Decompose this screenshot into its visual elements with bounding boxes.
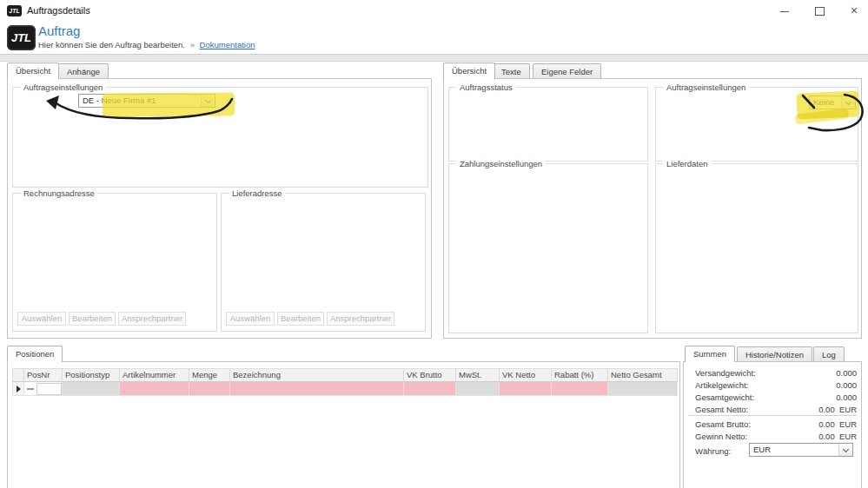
artikelgewicht-label: Artikelgewicht: <box>695 380 748 390</box>
tab-positionen[interactable]: Positionen <box>7 346 63 362</box>
artikelbeschreibung-select[interactable]: Keine <box>809 96 856 109</box>
maximize-button[interactable] <box>811 3 828 20</box>
rechnungsadresse-bearbeiten-button[interactable]: Bearbeiten <box>69 312 116 326</box>
cell-artikelnummer[interactable] <box>120 382 189 396</box>
summen-divider <box>688 415 857 416</box>
row-selector-cell[interactable] <box>12 382 24 396</box>
cell-vk-brutto[interactable] <box>404 382 456 396</box>
waehrung-value: EUR <box>750 444 838 456</box>
versandgewicht-label: Versandgewicht: <box>695 368 756 378</box>
title-bar: JTL Auftragsdetails × <box>0 0 868 23</box>
zahlungseinstellungen-group: Zahlungseinstellungen <box>448 163 648 333</box>
chevron-down-icon <box>201 95 215 107</box>
tab-uebersicht-left[interactable]: Übersicht <box>7 63 59 79</box>
cell-positionstyp[interactable] <box>63 382 120 396</box>
minimize-button[interactable] <box>776 3 793 20</box>
lieferadresse-ansprechpartner-button[interactable]: Ansprechpartner <box>327 312 394 326</box>
row-marker-icon <box>17 386 21 392</box>
lieferadresse-bearbeiten-button[interactable]: Bearbeiten <box>277 312 324 326</box>
tab-eigene-felder[interactable]: Eigene Felder <box>533 63 601 78</box>
dokumentation-link[interactable]: Dokumentation <box>200 40 255 49</box>
cell-netto-gesamt[interactable] <box>608 382 678 396</box>
auftragsstatus-group: Auftragsstatus <box>448 87 648 162</box>
artikelbeschreibung-value: Keine <box>810 96 841 109</box>
page-subtitle: Hier können Sie den Auftrag bearbeiten. <box>38 40 185 49</box>
gewinn-netto-label: Gewinn Netto: <box>695 432 747 441</box>
chevron-down-icon <box>841 96 855 109</box>
group-title: Lieferdaten <box>663 159 712 168</box>
chevron-down-icon <box>838 444 852 456</box>
tab-log[interactable]: Log <box>813 346 845 361</box>
gesamt-netto-label: Gesamt Netto: <box>695 405 748 414</box>
waehrung-select[interactable]: EUR <box>749 443 853 457</box>
lieferadresse-group: Lieferadresse <box>221 193 426 332</box>
tab-uebersicht-right[interactable]: Übersicht <box>443 63 495 79</box>
cell-posnr[interactable] <box>24 382 63 396</box>
app-logo-icon: JTL <box>7 5 22 16</box>
page-header: JTL Auftrag Hier können Sie den Auftrag … <box>0 23 868 54</box>
cell-vk-netto[interactable] <box>500 382 552 396</box>
close-icon: × <box>851 3 858 17</box>
grid-header-vk-brutto[interactable]: VK Brutto <box>404 368 456 382</box>
jtl-logo: JTL <box>7 25 36 50</box>
tab-historie-notizen[interactable]: Historie/Notizen <box>737 346 812 361</box>
grid-header-posnr[interactable]: PosNr <box>24 368 63 382</box>
group-title: Auftragsstatus <box>456 82 516 92</box>
group-title: Lieferadresse <box>229 188 286 198</box>
grid-header-artikelnummer[interactable]: Artikelnummer <box>120 368 189 382</box>
lieferdaten-group: Lieferdaten <box>655 163 858 333</box>
gesamt-brutto-value: 0.00 EUR <box>779 419 857 429</box>
grid-header-vk-netto[interactable]: VK Netto <box>500 368 552 382</box>
rechnungsadresse-group: Rechnungsadresse <box>12 193 217 332</box>
group-title: Rechnungsadresse <box>20 188 98 198</box>
tab-texte[interactable]: Texte <box>493 63 530 78</box>
firma-select[interactable]: DE - Neue Firma #1 <box>78 94 215 108</box>
collapse-dash-icon <box>27 388 34 390</box>
tab-summen[interactable]: Summen <box>685 346 735 362</box>
gesamtgewicht-label: Gesamtgewicht: <box>695 392 754 402</box>
rechnungsadresse-ansprechpartner-button[interactable]: Ansprechpartner <box>118 312 186 326</box>
grid-header-netto-gesamt[interactable]: Netto Gesamt <box>608 368 678 382</box>
grid-header-mwst[interactable]: MwSt. <box>456 368 500 382</box>
gewinn-netto-value: 0.00 EUR <box>779 432 857 441</box>
grid-header-menge[interactable]: Menge <box>189 368 230 382</box>
gesamt-brutto-label: Gesamt Brutto: <box>695 419 751 429</box>
group-title: Auftragseinstellungen <box>663 82 749 92</box>
table-row[interactable] <box>12 382 678 396</box>
subtitle-separator: » <box>190 40 195 49</box>
grid-header-rabatt[interactable]: Rabatt (%) <box>552 368 608 382</box>
waehrung-label: Währung: <box>695 446 731 456</box>
tab-anhaenge[interactable]: Anhänge <box>58 63 109 78</box>
posnr-edit-box <box>36 383 62 395</box>
group-title: Auftragseinstellungen <box>20 82 106 92</box>
cell-bezeichnung[interactable] <box>230 382 404 396</box>
maximize-icon <box>815 7 825 16</box>
page-title: Auftrag <box>38 23 80 38</box>
grid-header-bezeichnung[interactable]: Bezeichnung <box>230 368 404 382</box>
header-divider-strip <box>0 54 868 62</box>
versandgewicht-value: 0.000 <box>779 368 857 378</box>
firma-value: DE - Neue Firma #1 <box>79 95 201 107</box>
gesamt-netto-value: 0.00 EUR <box>779 405 857 414</box>
cell-rabatt[interactable] <box>552 382 608 396</box>
artikelgewicht-value: 0.000 <box>779 380 857 390</box>
grid-header-selector[interactable] <box>12 368 24 382</box>
auftragseinstellungen-group: Auftragseinstellungen <box>12 87 428 188</box>
cell-menge[interactable] <box>189 382 230 396</box>
window-title: Auftragsdetails <box>27 5 90 16</box>
rechnungsadresse-auswaehlen-button[interactable]: Auswählen <box>17 312 66 326</box>
gesamtgewicht-value: 0.000 <box>779 392 857 402</box>
grid-header-positionstyp[interactable]: Positionstyp <box>63 368 120 382</box>
group-title: Zahlungseinstellungen <box>456 159 546 168</box>
cell-mwst[interactable] <box>456 382 500 396</box>
lieferadresse-auswaehlen-button[interactable]: Auswählen <box>226 312 275 326</box>
close-button[interactable]: × <box>845 2 863 19</box>
minimize-icon <box>780 11 789 12</box>
